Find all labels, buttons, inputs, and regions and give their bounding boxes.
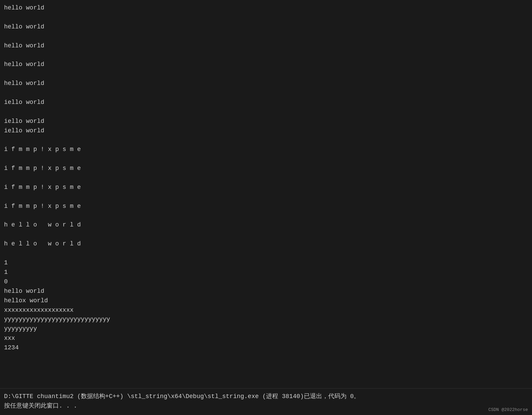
footer-line1: D:\GITTE chuantimu2 (数据结构+C++) \stl_stri…: [4, 392, 528, 401]
terminal-line: [4, 211, 528, 221]
terminal-line: [4, 192, 528, 202]
terminal-line: [4, 249, 528, 258]
footer-line2: 按任意键关闭此窗口. . .: [4, 401, 528, 411]
terminal-line: h e l l o w o r l d: [4, 239, 528, 249]
terminal-line: iello world: [4, 117, 528, 126]
terminal-line: i f m m p ! x p s m e: [4, 183, 528, 192]
terminal-line: [4, 50, 528, 60]
terminal-line: [4, 135, 528, 145]
terminal-line: hello world: [4, 287, 528, 296]
watermark-label: CSDN @2022horse: [488, 407, 528, 412]
terminal-line: [4, 107, 528, 117]
terminal-line: iello world: [4, 126, 528, 136]
terminal-line: [4, 230, 528, 239]
terminal-line: [4, 154, 528, 164]
terminal-line: hello world: [4, 22, 528, 32]
terminal-line: xxxxxxxxxxxxxxxxxxx: [4, 306, 528, 315]
terminal-line: i f m m p ! x p s m e: [4, 145, 528, 154]
terminal-line: 0: [4, 277, 528, 287]
terminal-line: [4, 88, 528, 98]
terminal-line: yyyyyyyyy: [4, 324, 528, 334]
terminal-line: hellox world: [4, 296, 528, 306]
terminal-line: 1: [4, 268, 528, 277]
terminal-output: hello world hello world hello world hell…: [4, 3, 528, 353]
terminal-line: 1234: [4, 343, 528, 353]
terminal-line: [4, 173, 528, 183]
terminal-line: i f m m p ! x p s m e: [4, 202, 528, 211]
terminal-line: i f m m p ! x p s m e: [4, 164, 528, 173]
terminal-line: 1: [4, 258, 528, 268]
terminal-line: [4, 13, 528, 22]
terminal-line: [4, 32, 528, 41]
terminal-line: xxx: [4, 334, 528, 343]
terminal-line: hello world: [4, 79, 528, 88]
terminal-line: hello world: [4, 41, 528, 51]
terminal-line: h e l l o w o r l d: [4, 220, 528, 230]
terminal-line: iello world: [4, 98, 528, 107]
terminal-line: hello world: [4, 3, 528, 13]
terminal-line: yyyyyyyyyyyyyyyyyyyyyyyyyyyyy: [4, 315, 528, 324]
terminal-footer: D:\GITTE chuantimu2 (数据结构+C++) \stl_stri…: [0, 388, 532, 415]
terminal-line: hello world: [4, 60, 528, 69]
terminal-line: [4, 69, 528, 79]
